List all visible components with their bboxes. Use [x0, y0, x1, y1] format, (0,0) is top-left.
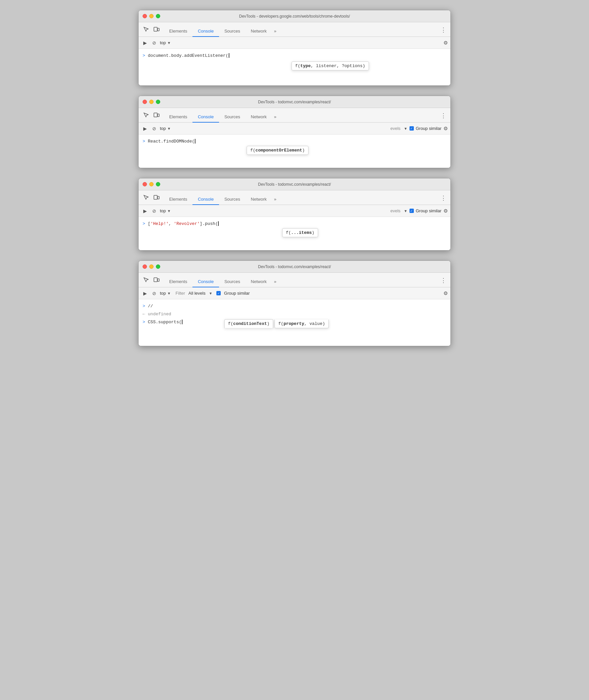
- maximize-button[interactable]: [156, 14, 160, 18]
- minimize-button[interactable]: [149, 182, 154, 187]
- tab-console[interactable]: Console: [192, 112, 219, 122]
- svg-rect-5: [158, 196, 159, 199]
- param-bold-1: conditionText: [233, 321, 267, 326]
- console-input-text[interactable]: ['Help!', 'Revolver'].push(: [148, 221, 219, 226]
- device-toggle-icon[interactable]: [152, 110, 161, 119]
- settings-icon[interactable]: ⚙: [443, 290, 448, 296]
- console-content-1: > document.body.addEventListener( f(type…: [139, 49, 450, 85]
- devtools-window-2: DevTools - todomvc.com/examples/react/ E…: [138, 96, 451, 168]
- group-checkbox[interactable]: [409, 209, 414, 213]
- tab-console[interactable]: Console: [192, 26, 219, 37]
- maximize-button[interactable]: [156, 100, 160, 104]
- maximize-button[interactable]: [156, 182, 160, 187]
- levels-truncated: evels: [390, 126, 400, 131]
- console-line-1: > React.findDOMNode(: [139, 137, 450, 145]
- close-button[interactable]: [143, 14, 147, 18]
- settings-icon[interactable]: ⚙: [443, 125, 448, 131]
- tab-more[interactable]: »: [272, 112, 278, 122]
- group-checkbox[interactable]: [216, 291, 221, 295]
- kebab-menu[interactable]: ⋮: [440, 195, 448, 205]
- console-content-3: > ['Help!', 'Revolver'].push( f(...items…: [139, 217, 450, 250]
- all-levels-label: All levels: [188, 291, 205, 296]
- svg-rect-6: [154, 278, 157, 282]
- param-bold: componentOrElement: [256, 148, 302, 153]
- prompt-icon: >: [143, 53, 145, 58]
- device-toggle-icon[interactable]: [152, 25, 161, 34]
- run-icon[interactable]: ▶: [141, 290, 149, 297]
- prompt-icon: >: [143, 221, 145, 226]
- close-button[interactable]: [143, 265, 147, 269]
- group-similar-label: Group similar: [416, 208, 441, 213]
- tab-more[interactable]: »: [272, 26, 278, 37]
- run-icon[interactable]: ▶: [141, 207, 149, 215]
- prompt-icon: >: [143, 139, 145, 144]
- tab-sources[interactable]: Sources: [219, 194, 246, 205]
- settings-icon[interactable]: ⚙: [443, 208, 448, 214]
- tab-console[interactable]: Console: [192, 276, 219, 287]
- tab-more[interactable]: »: [272, 276, 278, 287]
- param-bold: ...items: [291, 230, 312, 235]
- context-select[interactable]: top ▼: [160, 291, 171, 296]
- console-line-2: ← undefined: [139, 310, 450, 318]
- minimize-button[interactable]: [149, 265, 154, 269]
- tab-console[interactable]: Console: [192, 194, 219, 205]
- svg-rect-3: [158, 114, 159, 117]
- autocomplete-tooltip-3: f(...items): [282, 228, 318, 237]
- window-title: DevTools - todomvc.com/examples/react/: [258, 182, 331, 187]
- tab-network[interactable]: Network: [246, 112, 272, 122]
- clear-icon[interactable]: ⊘: [151, 125, 158, 132]
- devtools-window-3: DevTools - todomvc.com/examples/react/ E…: [138, 178, 451, 251]
- inspect-icon[interactable]: [141, 275, 151, 284]
- run-icon[interactable]: ▶: [141, 125, 149, 132]
- tab-bar-1: Elements Console Sources Network » ⋮: [139, 22, 450, 37]
- traffic-lights-2: [143, 100, 160, 104]
- console-input-text[interactable]: //: [148, 304, 153, 309]
- svg-rect-4: [154, 195, 157, 199]
- tab-sources[interactable]: Sources: [219, 112, 246, 122]
- console-toolbar-2: ▶ ⊘ top ▼ evels ▼ Group similar ⚙: [139, 122, 450, 134]
- console-input-text[interactable]: React.findDOMNode(: [148, 139, 195, 144]
- param-bold: type: [301, 63, 311, 68]
- tab-sources[interactable]: Sources: [219, 26, 246, 37]
- tab-elements[interactable]: Elements: [164, 194, 192, 205]
- inspect-icon[interactable]: [141, 25, 151, 34]
- tab-more[interactable]: »: [272, 194, 278, 205]
- console-content-2: > React.findDOMNode( f(componentOrElemen…: [139, 134, 450, 168]
- settings-icon[interactable]: ⚙: [443, 40, 448, 46]
- inspect-icon[interactable]: [141, 110, 151, 119]
- console-input-text[interactable]: CSS.supports(: [148, 320, 183, 325]
- console-input-text[interactable]: document.body.addEventListener(: [148, 53, 229, 58]
- clear-icon[interactable]: ⊘: [151, 290, 158, 297]
- device-toggle-icon[interactable]: [152, 193, 161, 202]
- device-toggle-icon[interactable]: [152, 275, 161, 284]
- run-icon[interactable]: ▶: [141, 39, 149, 46]
- context-select[interactable]: top ▼: [160, 126, 171, 131]
- context-select[interactable]: top ▼: [160, 40, 171, 45]
- kebab-menu[interactable]: ⋮: [440, 26, 448, 37]
- tab-elements[interactable]: Elements: [164, 112, 192, 122]
- traffic-lights-4: [143, 265, 160, 269]
- inspect-icon[interactable]: [141, 193, 151, 202]
- tab-network[interactable]: Network: [246, 276, 272, 287]
- toolbar-icons-3: [141, 193, 161, 205]
- minimize-button[interactable]: [149, 14, 154, 18]
- kebab-menu[interactable]: ⋮: [440, 112, 448, 122]
- maximize-button[interactable]: [156, 265, 160, 269]
- tab-network[interactable]: Network: [246, 26, 272, 37]
- tab-elements[interactable]: Elements: [164, 26, 192, 37]
- group-checkbox[interactable]: [409, 126, 414, 130]
- close-button[interactable]: [143, 182, 147, 187]
- prompt-icon: >: [143, 304, 145, 309]
- close-button[interactable]: [143, 100, 147, 104]
- clear-icon[interactable]: ⊘: [151, 39, 158, 46]
- minimize-button[interactable]: [149, 100, 154, 104]
- context-select[interactable]: top ▼: [160, 208, 171, 213]
- clear-icon[interactable]: ⊘: [151, 207, 158, 215]
- tab-sources[interactable]: Sources: [219, 276, 246, 287]
- kebab-menu[interactable]: ⋮: [440, 277, 448, 287]
- tab-elements[interactable]: Elements: [164, 276, 192, 287]
- tab-network[interactable]: Network: [246, 194, 272, 205]
- autocomplete-tooltip-4a: f(conditionText): [224, 319, 273, 328]
- toolbar-icons-4: [141, 275, 161, 287]
- context-arrow: ▼: [167, 126, 171, 130]
